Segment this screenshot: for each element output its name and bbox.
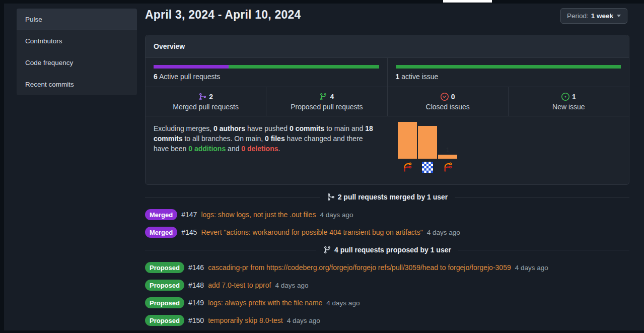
status-badge: Proposed — [145, 315, 184, 326]
timestamp: 4 days ago — [287, 317, 320, 324]
merged-progress-segment — [154, 65, 229, 69]
git-branch-icon — [323, 246, 331, 254]
commit-bar: 8 — [418, 120, 437, 159]
status-badge: Proposed — [145, 280, 184, 291]
active-issues: 1 active issue — [387, 58, 629, 87]
overview-panel-title: Overview — [146, 35, 629, 58]
timestamp: 4 days ago — [427, 229, 460, 236]
pr-row: Merged #147 logs: show logs, not just th… — [145, 209, 629, 220]
pr-row: Merged #145 Revert "actions: workaround … — [145, 227, 629, 238]
activity-sidebar: Pulse Contributors Code frequency Recent… — [17, 9, 137, 95]
stats-row: 2 Merged pull requests 4 Proposed pull r… — [146, 87, 629, 116]
chart-avatars — [398, 162, 629, 173]
commits-per-user-chart: 9 8 1 — [388, 116, 629, 184]
sidebar-item-contributors[interactable]: Contributors — [17, 30, 137, 52]
status-badge: Merged — [145, 209, 177, 220]
forgejo-logo-avatar[interactable] — [442, 162, 453, 173]
identicon-avatar[interactable] — [422, 162, 433, 173]
timestamp: 4 days ago — [515, 264, 548, 272]
active-counts-row: 6 Active pull requests 1 active issue — [146, 58, 629, 87]
commit-bar: 9 — [398, 120, 417, 159]
pr-row: Proposed #150 temporarily skip 8.0-test … — [145, 315, 629, 326]
active-pr-label: 6 Active pull requests — [154, 73, 379, 81]
forgejo-logo-avatar[interactable] — [402, 162, 413, 173]
pr-number: #147 — [181, 211, 197, 219]
merged-prs-heading: 2 pull requests merged by 1 user — [145, 191, 629, 203]
commit-summary-text: Excluding merges, 0 authors have pushed … — [146, 116, 388, 184]
pr-number: #146 — [188, 263, 204, 272]
page-header: April 3, 2024 - April 10, 2024 Period: 1… — [145, 8, 629, 32]
chevron-down-icon — [617, 15, 621, 17]
top-tab-indicator — [443, 0, 492, 3]
status-badge: Proposed — [145, 297, 184, 308]
issue-opened-icon — [561, 93, 569, 101]
sidebar-item-code-frequency[interactable]: Code frequency — [17, 52, 137, 74]
stat-merged-pull-requests: 2 Merged pull requests — [146, 87, 266, 116]
pr-number: #145 — [181, 228, 197, 236]
git-branch-icon — [319, 93, 327, 101]
overview-panel: Overview 6 Active pull requests 1 active… — [145, 35, 629, 185]
pr-title-link[interactable]: Revert "actions: workaround for possible… — [201, 228, 422, 236]
timestamp: 4 days ago — [275, 282, 308, 289]
active-pull-requests: 6 Active pull requests — [146, 58, 387, 87]
pr-row: Proposed #148 add 7.0-test to pprof 4 da… — [145, 280, 629, 291]
pr-number: #148 — [188, 281, 204, 289]
git-merge-icon — [327, 193, 335, 201]
pr-row: Proposed #149 logs: always prefix with t… — [145, 297, 629, 308]
summary-row: Excluding merges, 0 authors have pushed … — [146, 116, 629, 184]
period-label: Period: — [567, 12, 589, 20]
chart-baseline — [398, 159, 458, 160]
pr-title-link[interactable]: logs: always prefix with the file name — [208, 299, 322, 307]
issues-progress-bar — [396, 65, 621, 69]
pr-number: #150 — [188, 316, 204, 324]
pull-requests-progress-bar — [154, 65, 379, 69]
main-content: April 3, 2024 - April 10, 2024 Period: 1… — [145, 8, 629, 333]
stat-proposed-pull-requests: 4 Proposed pull requests — [266, 87, 387, 116]
stat-closed-issues: 0 Closed issues — [387, 87, 508, 116]
timestamp: 4 days ago — [326, 299, 360, 307]
pr-title-link[interactable]: cascading-pr from https://codeberg.org/f… — [208, 263, 511, 272]
commit-bar: 1 — [438, 120, 457, 159]
proposed-prs-heading: 4 pull requests proposed by 1 user — [145, 244, 629, 255]
pr-title-link[interactable]: add 7.0-test to pprof — [208, 281, 271, 289]
pr-row: Proposed #146 cascading-pr from https://… — [145, 262, 629, 273]
sidebar-item-pulse[interactable]: Pulse — [17, 9, 137, 30]
sidebar-item-recent-commits[interactable]: Recent commits — [17, 74, 137, 95]
stat-new-issue: 1 New issue — [508, 87, 629, 116]
pr-number: #149 — [188, 299, 204, 307]
timestamp: 4 days ago — [320, 211, 353, 219]
git-merge-icon — [198, 93, 206, 101]
commit-bars: 9 8 1 — [398, 120, 629, 159]
issue-closed-icon — [441, 93, 449, 101]
status-badge: Merged — [145, 227, 177, 238]
period-dropdown-button[interactable]: Period: 1 week — [560, 8, 627, 24]
pulse-page: Pulse Contributors Code frequency Recent… — [4, 4, 644, 330]
pr-title-link[interactable]: temporarily skip 8.0-test — [208, 316, 283, 324]
activity-sections: 2 pull requests merged by 1 user Merged … — [145, 191, 629, 333]
active-issue-label: 1 active issue — [396, 73, 621, 81]
pr-title-link[interactable]: logs: show logs, not just the .out files — [201, 211, 316, 219]
page-title: April 3, 2024 - April 10, 2024 — [145, 8, 629, 22]
period-value: 1 week — [591, 12, 613, 20]
status-badge: Proposed — [145, 262, 184, 273]
